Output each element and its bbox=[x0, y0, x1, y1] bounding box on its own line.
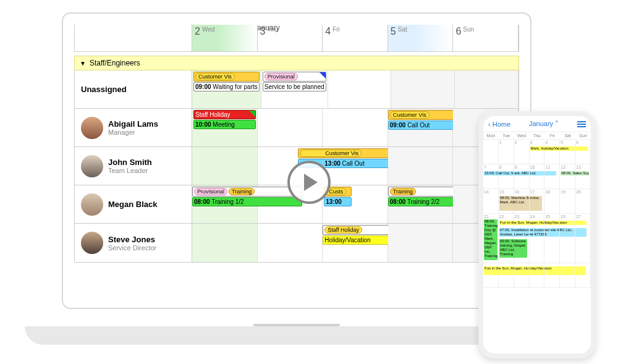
date-col-2[interactable]: 2 Wed bbox=[192, 25, 258, 51]
phone-day-header: Mon Tue Wed Thu Fri Sat Sun bbox=[483, 132, 591, 140]
date-col-5[interactable]: 5 Sat bbox=[388, 25, 454, 51]
cell[interactable] bbox=[391, 70, 455, 108]
cell[interactable] bbox=[455, 70, 519, 108]
row-abigail: Abigail LamsManager Staff Holiday 10:00 … bbox=[75, 109, 519, 147]
phone-title[interactable]: January ˅ bbox=[529, 120, 559, 128]
event[interactable]: Customer Vis bbox=[193, 72, 260, 82]
date-col-3[interactable]: 3 Thu bbox=[258, 25, 323, 51]
resource-unassigned[interactable]: Unassigned bbox=[75, 70, 192, 108]
cell[interactable] bbox=[192, 147, 258, 185]
date-header: 2 Wed 3 Thu 4 Fri 5 Sat 6 Sun bbox=[74, 25, 519, 52]
avatar bbox=[81, 232, 103, 254]
cell[interactable]: Customer Vis 13:00 Call Out bbox=[323, 147, 388, 185]
cell[interactable]: ProvisionalTraining 08:00 Training 1/2 bbox=[192, 185, 258, 223]
avatar bbox=[81, 155, 103, 177]
cell[interactable] bbox=[258, 224, 323, 262]
event[interactable]: 10:00 Meeting bbox=[193, 120, 256, 129]
cell[interactable] bbox=[388, 147, 454, 185]
phone-event[interactable]: 08:00, Training Day @ DEF, Mark, Megan, … bbox=[484, 219, 497, 260]
phone-week2: 7 15:00, Call Out, Mark, ABC Ltd. 8 9 10… bbox=[483, 164, 591, 189]
phone-header: ‹ Home January ˅ bbox=[483, 116, 591, 132]
event[interactable]: Staff Holiday bbox=[193, 110, 256, 119]
home-link[interactable]: ‹ Home bbox=[488, 121, 510, 128]
event[interactable]: 13:00 bbox=[324, 197, 352, 206]
phone-week1: 1 2 3 Mark, Holiday/Vacation 4 5 6 bbox=[483, 140, 591, 164]
resource-abigail[interactable]: Abigail LamsManager bbox=[75, 109, 192, 146]
cell[interactable]: Training 08:00 Training 2/2 bbox=[388, 185, 454, 223]
event[interactable]: Provisional bbox=[263, 72, 326, 82]
menu-icon[interactable] bbox=[577, 121, 586, 127]
laptop-screen: January 2 Wed 3 Thu 4 Fri 5 Sat 6 Sun ▼ … bbox=[62, 12, 531, 309]
phone-screen: ‹ Home January ˅ Mon Tue Wed Thu Fri Sat… bbox=[483, 116, 591, 353]
cell[interactable] bbox=[323, 109, 388, 146]
group-label: Staff/Engineers bbox=[90, 59, 140, 67]
avatar bbox=[81, 193, 103, 216]
resource-steve[interactable]: Steve JonesService Director bbox=[75, 224, 192, 262]
cell[interactable]: Provisional Service to be planned bbox=[261, 70, 328, 108]
cell[interactable]: Staff Holiday Holiday/Vacation bbox=[323, 224, 388, 262]
cell[interactable] bbox=[258, 109, 323, 146]
cell[interactable]: Staff Holiday 10:00 Meeting bbox=[192, 109, 258, 146]
group-header[interactable]: ▼ Staff/Engineers bbox=[74, 56, 519, 70]
cell[interactable] bbox=[192, 224, 258, 262]
phone-frame: ‹ Home January ˅ Mon Tue Wed Thu Fri Sat… bbox=[478, 111, 596, 358]
resource-megan[interactable]: Megan Black bbox=[75, 185, 192, 223]
row-unassigned: Unassigned Customer Vis 09:00 Waiting fo… bbox=[75, 70, 519, 109]
event[interactable]: 09:00 Waiting for parts bbox=[193, 82, 260, 91]
row-steve: Steve JonesService Director Staff Holida… bbox=[75, 224, 519, 262]
cell[interactable]: Custs 13:00 bbox=[323, 185, 388, 223]
date-col-6[interactable]: 6 Sun bbox=[453, 25, 519, 51]
cell[interactable]: Customer Vis 09:00 Waiting for parts bbox=[192, 70, 261, 108]
cell[interactable] bbox=[388, 224, 454, 262]
cell[interactable]: Customer Vis 09:00 Call Out bbox=[388, 109, 454, 146]
phone-week5: Fun in the Sun, Megan, Holiday/Vacation bbox=[483, 263, 591, 288]
play-button[interactable] bbox=[287, 161, 331, 204]
date-col-4[interactable]: 4 Fri bbox=[323, 25, 388, 51]
cell[interactable] bbox=[328, 70, 392, 108]
phone-week4: 21 08:00, Training Day @ DEF, Mark, Mega… bbox=[483, 214, 591, 263]
event[interactable]: Service to be planned bbox=[263, 82, 326, 91]
avatar bbox=[81, 117, 103, 139]
phone-week3: 14 15 08:00, Machine Service, Mark, ABC … bbox=[483, 189, 591, 214]
collapse-icon: ▼ bbox=[80, 60, 86, 67]
resource-john[interactable]: John SmithTeam Leader bbox=[75, 147, 192, 185]
date-spacer bbox=[75, 25, 192, 51]
